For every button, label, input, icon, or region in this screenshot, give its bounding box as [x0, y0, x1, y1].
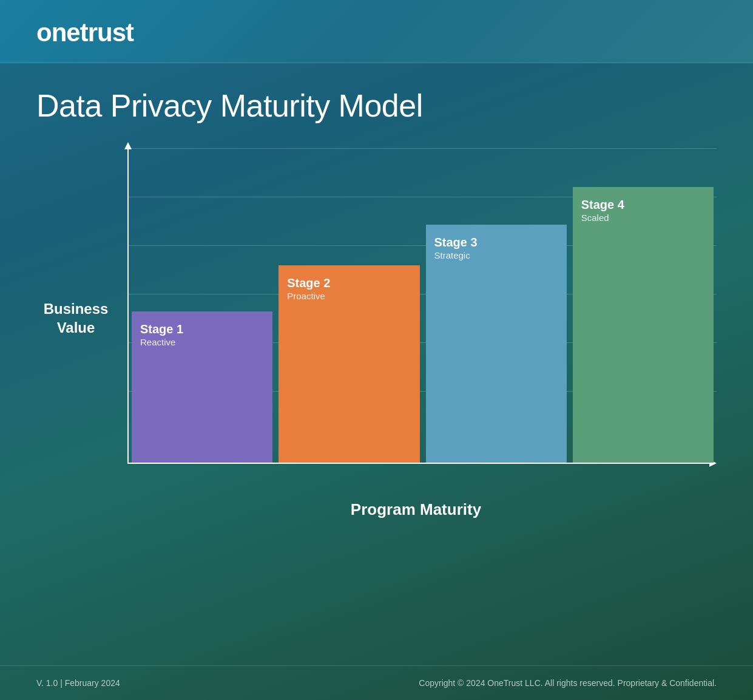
chart-inner: Stage 1ReactiveStage 2ProactiveStage 3St…	[127, 148, 717, 488]
bar-wrapper-1: Stage 1Reactive	[129, 172, 275, 463]
grid-line-1	[129, 148, 717, 149]
y-axis-label: BusinessValue	[36, 299, 115, 337]
bar-stage-1: Stage 1	[140, 321, 264, 337]
chart-container: Stage 1ReactiveStage 2ProactiveStage 3St…	[127, 148, 717, 488]
bars-container: Stage 1ReactiveStage 2ProactiveStage 3St…	[129, 172, 717, 463]
logo: onetrust	[36, 18, 717, 47]
x-axis-label: Program Maturity	[36, 500, 717, 519]
x-axis-arrow	[127, 463, 711, 464]
bar-2: Stage 2Proactive	[279, 265, 419, 463]
bar-wrapper-3: Stage 3Strategic	[423, 172, 570, 463]
header-bar: onetrust	[0, 0, 753, 63]
main-content: Data Privacy Maturity Model BusinessValu…	[0, 63, 753, 537]
footer-version: V. 1.0 | February 2024	[36, 678, 120, 688]
footer-copyright: Copyright © 2024 OneTrust LLC. All right…	[419, 678, 717, 688]
bar-stage-3: Stage 3	[434, 234, 558, 250]
bar-name-4: Scaled	[581, 212, 705, 223]
bar-stage-2: Stage 2	[287, 275, 411, 291]
bar-stage-4: Stage 4	[581, 197, 705, 212]
bar-name-1: Reactive	[140, 337, 264, 347]
chart-section: BusinessValue Stage 1Reactive	[36, 148, 717, 488]
footer: V. 1.0 | February 2024 Copyright © 2024 …	[0, 665, 753, 700]
page-title: Data Privacy Maturity Model	[36, 87, 717, 124]
bar-1: Stage 1Reactive	[132, 311, 272, 463]
bar-name-3: Strategic	[434, 250, 558, 260]
bar-3: Stage 3Strategic	[426, 225, 567, 463]
bar-wrapper-2: Stage 2Proactive	[275, 172, 422, 463]
bar-wrapper-4: Stage 4Scaled	[570, 172, 717, 463]
bar-name-2: Proactive	[287, 291, 411, 301]
bar-4: Stage 4Scaled	[573, 187, 714, 463]
